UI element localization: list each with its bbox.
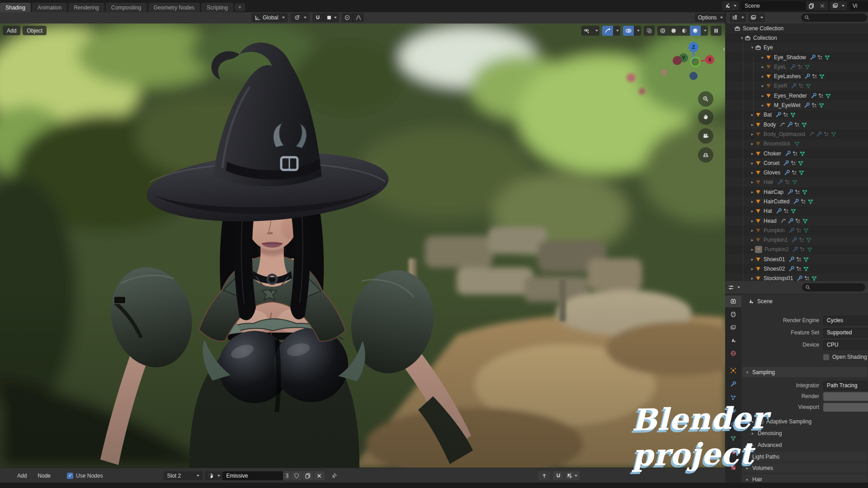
zoom-button[interactable] bbox=[698, 91, 713, 107]
unlink-material-button[interactable] bbox=[313, 471, 325, 480]
viewport-3d[interactable]: Add Object bbox=[0, 23, 725, 468]
outliner-item-bat[interactable]: ▸Bat bbox=[725, 110, 868, 120]
outliner-editor-type-button[interactable] bbox=[730, 13, 746, 22]
disclosure-icon[interactable]: ▾ bbox=[750, 45, 755, 50]
use-nodes-checkbox[interactable]: ✓ Use Nodes bbox=[67, 473, 103, 479]
go-parent-node-button[interactable] bbox=[538, 471, 550, 480]
pivot-point-dropdown[interactable] bbox=[291, 13, 310, 22]
shader-add-menu[interactable]: Add bbox=[12, 473, 32, 479]
solid-shading-button[interactable] bbox=[668, 26, 679, 36]
outliner-item-eyer[interactable]: ▸EyeR bbox=[725, 81, 868, 91]
disclosure-icon[interactable]: ▸ bbox=[750, 257, 755, 262]
visibility-dropdown[interactable] bbox=[581, 26, 599, 36]
outliner-item-hat[interactable]: ▸Hat bbox=[725, 206, 868, 216]
disclosure-icon[interactable]: ▸ bbox=[750, 199, 755, 204]
outliner-item-eye_shadow[interactable]: ▸Eye_Shadow bbox=[725, 52, 868, 62]
outliner-item-corset[interactable]: ▸Corset bbox=[725, 158, 868, 168]
disclosure-icon[interactable]: ▸ bbox=[750, 228, 755, 233]
dropdown-field[interactable]: Supported bbox=[823, 328, 868, 338]
disclosure-icon[interactable]: ▸ bbox=[760, 74, 765, 79]
shader-node-menu[interactable]: Node bbox=[32, 473, 56, 479]
disclosure-icon[interactable]: ▸ bbox=[750, 151, 755, 156]
dropdown-field[interactable]: CPU bbox=[823, 340, 868, 350]
camera-view-button[interactable] bbox=[698, 128, 713, 144]
snapping-widget[interactable] bbox=[312, 13, 339, 22]
outliner-item-collection[interactable]: ▾Collection bbox=[725, 33, 868, 42]
properties-search-input[interactable] bbox=[802, 283, 865, 291]
outliner-item-pumpkin1[interactable]: ▸Pumpkin1 bbox=[725, 235, 868, 245]
properties-world-tab[interactable] bbox=[725, 347, 741, 359]
outliner-item-eyelashes[interactable]: ▸EyeLashes bbox=[725, 71, 868, 81]
slot-dropdown[interactable]: Slot 2 bbox=[164, 471, 203, 480]
options-dropdown[interactable]: Options bbox=[695, 13, 726, 22]
workspace-tab-geometry-nodes[interactable]: Geometry Nodes bbox=[148, 3, 200, 12]
panel-hair[interactable]: ▸Hair bbox=[742, 474, 867, 483]
transform-orientation-dropdown[interactable]: Global bbox=[251, 13, 288, 22]
outliner-item-pumpkin2[interactable]: ▸Pumpkin2 bbox=[725, 245, 868, 254]
add-menu-button[interactable]: Add bbox=[3, 26, 20, 35]
panel-sampling[interactable]: ▾Sampling bbox=[742, 367, 867, 377]
chevron-down-icon[interactable] bbox=[592, 26, 599, 36]
properties-object-tab[interactable] bbox=[725, 365, 741, 376]
properties-scene-tab[interactable] bbox=[725, 334, 741, 346]
outliner-item-haircutted[interactable]: ▸HairCutted bbox=[725, 197, 868, 206]
overlays-toggle[interactable] bbox=[623, 26, 641, 36]
disclosure-icon[interactable]: ▸ bbox=[760, 84, 765, 88]
fake-user-button[interactable] bbox=[291, 471, 302, 480]
workspace-tab-shading[interactable]: Shading bbox=[0, 3, 31, 12]
orthographic-toggle-button[interactable] bbox=[698, 147, 713, 163]
disclosure-icon[interactable]: ▸ bbox=[750, 113, 755, 117]
outliner-item-eye[interactable]: ▾Eye bbox=[725, 43, 868, 52]
outliner-search-input[interactable] bbox=[801, 14, 867, 22]
disclosure-icon[interactable]: ▸ bbox=[760, 103, 765, 108]
proportional-toggle[interactable] bbox=[342, 13, 353, 22]
properties-render-tab[interactable] bbox=[725, 296, 741, 307]
checkbox[interactable] bbox=[823, 354, 829, 360]
outliner-item-head[interactable]: ▸Head bbox=[725, 216, 868, 225]
disclosure-icon[interactable]: ▸ bbox=[760, 94, 765, 98]
outliner-item-choker[interactable]: ▸Choker bbox=[725, 149, 868, 158]
disclosure-icon[interactable]: ▸ bbox=[750, 190, 755, 194]
new-scene-button[interactable] bbox=[806, 1, 817, 10]
disclosure-icon[interactable]: ▸ bbox=[750, 132, 755, 136]
wireframe-shading-button[interactable] bbox=[657, 26, 668, 36]
dropdown-field[interactable]: Path Tracing bbox=[823, 381, 868, 390]
outliner-item-body[interactable]: ▸Body bbox=[725, 120, 868, 129]
navigation-gizmo[interactable]: Z Y X bbox=[671, 41, 716, 86]
snap-type-button[interactable] bbox=[323, 13, 339, 22]
rendered-shading-button[interactable] bbox=[690, 26, 701, 36]
disclosure-icon[interactable]: ▸ bbox=[750, 247, 755, 252]
disclosure-icon[interactable]: ▾ bbox=[739, 36, 745, 40]
scene-name-field[interactable]: Scene bbox=[741, 1, 806, 10]
users-count-button[interactable]: 3 bbox=[283, 471, 291, 480]
outliner-item-shoes02[interactable]: ▸Shoes02 bbox=[725, 264, 868, 273]
new-material-button[interactable] bbox=[302, 471, 313, 480]
workspace-tab-compositing[interactable]: Compositing bbox=[106, 3, 147, 12]
pin-icon[interactable] bbox=[331, 473, 337, 479]
overlays-icon[interactable] bbox=[623, 26, 634, 36]
dropdown-field[interactable]: Cycles bbox=[823, 316, 868, 325]
chevron-down-icon[interactable] bbox=[701, 26, 708, 36]
xray-toggle[interactable] bbox=[644, 26, 655, 36]
outliner-item-scene collection[interactable]: Scene Collection bbox=[725, 23, 868, 33]
disclosure-icon[interactable]: ▸ bbox=[760, 55, 765, 60]
outliner-item-shoes01[interactable]: ▸Shoes01 bbox=[725, 254, 868, 264]
outliner-item-pumpkin[interactable]: ▸Pumpkin bbox=[725, 225, 868, 235]
gizmo-icon[interactable] bbox=[602, 26, 613, 36]
outliner-display-mode-button[interactable] bbox=[749, 13, 765, 22]
disclosure-icon[interactable]: ▸ bbox=[750, 219, 755, 223]
disclosure-icon[interactable]: ▸ bbox=[750, 267, 755, 271]
proportional-editing-widget[interactable] bbox=[342, 13, 364, 22]
area-divider[interactable] bbox=[725, 12, 726, 23]
view-layer-button[interactable] bbox=[830, 1, 847, 10]
outliner-item-eyel[interactable]: ▸EyeL bbox=[725, 62, 868, 71]
delete-scene-button[interactable] bbox=[817, 1, 828, 10]
snap-toggle[interactable] bbox=[312, 13, 323, 22]
properties-breadcrumb[interactable]: Scene bbox=[741, 296, 868, 306]
disclosure-icon[interactable]: ▸ bbox=[750, 209, 755, 213]
material-preview-button[interactable] bbox=[679, 26, 690, 36]
node-snap-toggle[interactable] bbox=[553, 471, 564, 480]
outliner-item-eyes_render[interactable]: ▸Eyes_Render bbox=[725, 91, 868, 100]
disclosure-icon[interactable]: ▸ bbox=[750, 122, 755, 127]
node-snap-type-button[interactable] bbox=[564, 471, 580, 480]
